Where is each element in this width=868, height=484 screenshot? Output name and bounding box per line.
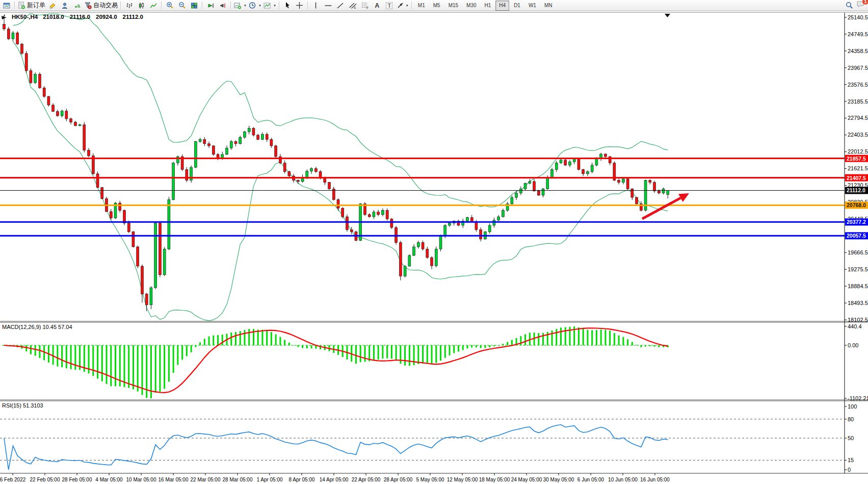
macd-bar [565, 327, 566, 345]
line-chart-mode-button[interactable] [147, 1, 160, 11]
time-axis-label: 28 Feb 05:00 [62, 477, 92, 482]
candle-body [497, 217, 500, 220]
candle-body [533, 182, 536, 191]
text-tool[interactable]: A [371, 1, 383, 11]
macd-bar [382, 345, 383, 359]
timeframe-button-M15[interactable]: M15 [445, 1, 462, 11]
macd-axis-label: 440.4 [848, 323, 862, 329]
bar-chart-mode-button[interactable] [123, 1, 135, 11]
channel-tool[interactable]: E [347, 1, 359, 11]
candle-body [119, 203, 121, 210]
macd-bar [364, 345, 365, 362]
tile-windows-button[interactable] [188, 1, 200, 11]
chart-canvas[interactable]: 25140.524749.524358.523967.523576.523185… [0, 0, 868, 484]
zoom-out-button[interactable] [176, 1, 188, 11]
time-axis-label: 16 Mar 05:00 [159, 477, 189, 482]
timeframe-button-H1[interactable]: H1 [481, 1, 495, 11]
candle-body [203, 139, 206, 143]
periods-dropdown[interactable]: ▼ [248, 1, 262, 11]
auto-scroll-button[interactable] [204, 1, 217, 11]
candle-body [159, 223, 161, 275]
price-axis-label: 23185.5 [848, 98, 868, 105]
text-label-icon: T [386, 2, 392, 9]
timeframe-button-M30[interactable]: M30 [463, 1, 480, 11]
fibonacci-tool[interactable]: F [359, 1, 371, 11]
macd-bar [297, 345, 299, 347]
timeframe-button-MN[interactable]: MN [541, 1, 556, 11]
candle-body [636, 197, 638, 204]
indicators-dropdown[interactable]: ▼ [262, 1, 277, 11]
macd-bar [257, 329, 259, 345]
toolbar-separator [14, 2, 15, 9]
horizontal-line-icon [324, 2, 332, 9]
new-order-button[interactable]: 新订单 [17, 1, 46, 11]
search-icon[interactable] [846, 2, 853, 9]
new-chart-dropdown[interactable]: ▼ [233, 1, 248, 11]
candle-body [662, 189, 665, 193]
text-label-tool[interactable]: T [383, 1, 396, 11]
candle-body [65, 111, 68, 119]
auto-trading-button[interactable]: 自动交易 [83, 1, 119, 11]
time-axis-label: 28 Apr 05:00 [384, 477, 413, 482]
macd-bar [150, 345, 152, 398]
macd-bar [435, 345, 437, 363]
price-axis-label: 22794.5 [848, 115, 868, 121]
candle-body [657, 191, 660, 193]
macd-bar [489, 345, 490, 347]
notifications-button[interactable]: 1 [856, 1, 865, 10]
trendline-tool[interactable] [334, 1, 347, 11]
candle-body [176, 157, 179, 163]
candle-body [252, 128, 255, 135]
candlestick-mode-button[interactable] [135, 1, 147, 11]
candle-body [12, 33, 14, 39]
timeframe-toolbar: M1M5M15M30H1H4D1W1MN [414, 1, 557, 11]
time-axis-label: 6 Jun 05:00 [577, 477, 604, 482]
chart-shift-button[interactable] [217, 1, 229, 11]
macd-bar [409, 345, 410, 366]
macd-bar [622, 337, 624, 345]
candle-body [243, 132, 246, 137]
candle-body [341, 208, 344, 217]
profile-button[interactable] [59, 1, 71, 11]
arrows-dropdown[interactable]: ▼ [396, 1, 410, 11]
macd-bar [493, 345, 495, 346]
chart-background [0, 11, 868, 484]
timeframe-button-D1[interactable]: D1 [510, 1, 524, 11]
timeframe-button-H4[interactable]: H4 [495, 1, 509, 11]
styles-button[interactable] [46, 1, 59, 11]
vertical-line-tool[interactable] [310, 1, 322, 11]
macd-bar [404, 345, 406, 366]
candle-body [381, 210, 384, 214]
macd-bar [97, 345, 98, 378]
candle-body [368, 215, 371, 217]
candle-body [248, 128, 250, 132]
zoom-in-button[interactable] [164, 1, 176, 11]
chart-window-button[interactable] [1, 1, 13, 11]
candle-body [595, 159, 598, 165]
candle-body [408, 256, 411, 266]
price-badge-21857.5: 21857.5 [845, 155, 868, 162]
macd-axis-label: 0.00 [848, 342, 858, 348]
candle-body [38, 74, 41, 88]
line-chart-icon [150, 2, 157, 9]
horizontal-line-tool[interactable] [322, 1, 334, 11]
price-axis-label: 19275.5 [848, 266, 868, 272]
time-axis-label: 22 Apr 05:00 [352, 477, 381, 482]
timeframe-button-M1[interactable]: M1 [414, 1, 429, 11]
candle-body [25, 54, 28, 71]
chart-shift-icon [219, 2, 227, 9]
cursor-tool-button[interactable] [281, 1, 294, 11]
candle-body [275, 146, 277, 157]
time-axis-label: 30 May 05:00 [543, 477, 574, 482]
candle-body [386, 210, 388, 219]
macd-bar [484, 345, 486, 348]
crosshair-tool-button[interactable] [294, 1, 306, 11]
macd-bar [600, 329, 602, 345]
macd-bar [240, 331, 241, 345]
candle-body [328, 183, 331, 189]
svg-text:F: F [366, 6, 369, 10]
timeframe-button-W1[interactable]: W1 [525, 1, 540, 11]
ohlc-high: 21116.0 [70, 14, 90, 20]
signal-button[interactable] [71, 1, 83, 11]
timeframe-button-M5[interactable]: M5 [430, 1, 444, 11]
